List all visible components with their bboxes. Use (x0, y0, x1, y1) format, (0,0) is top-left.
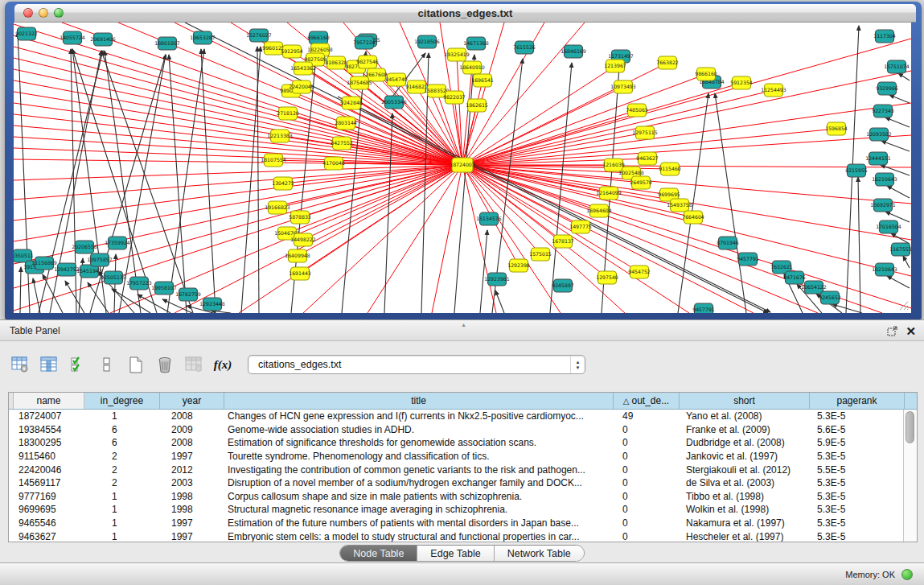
cell-year[interactable]: 1997 (160, 517, 224, 529)
network-canvas[interactable]: 9021322140557242069140618801807106532871… (14, 23, 911, 313)
cell-out_de[interactable]: 0 (614, 464, 680, 476)
black-edge[interactable] (898, 73, 910, 80)
black-edge[interactable] (241, 47, 261, 313)
graph-node[interactable]: 18801807 (154, 37, 180, 50)
graph-node[interactable]: 7664604 (682, 211, 704, 224)
graph-node[interactable]: 18640910 (459, 61, 485, 74)
graph-node[interactable]: 16409948 (285, 249, 310, 262)
graph-node[interactable]: 17359924 (105, 237, 130, 249)
graph-node[interactable]: 9454752 (628, 266, 651, 278)
cell-pagerank[interactable]: 5.9E-5 (810, 437, 905, 448)
cell-in_degree[interactable]: 1 (84, 531, 160, 542)
panel-resize-grip[interactable]: ▴ (462, 321, 466, 328)
graph-node[interactable]: 18107554 (261, 154, 286, 167)
graph-node[interactable]: 8427552 (331, 137, 353, 150)
graph-node[interactable]: 10975857 (87, 253, 113, 266)
cell-name[interactable]: 9699695 (14, 504, 84, 515)
graph-node[interactable]: 9245897 (552, 279, 574, 292)
scrollbar-thumb[interactable] (906, 411, 914, 443)
red-edge[interactable] (291, 91, 462, 165)
black-edge[interactable] (889, 95, 910, 103)
table-selector-dropdown[interactable]: citations_edges.txt ▲▼ (248, 355, 585, 374)
graph-node[interactable]: 8791946 (717, 237, 739, 249)
graph-node[interactable]: 1596854 (825, 122, 848, 135)
cell-year[interactable]: 2012 (160, 464, 224, 476)
red-edge[interactable] (14, 165, 462, 220)
graph-node[interactable]: 16964604 (586, 204, 612, 217)
cell-pagerank[interactable]: 5.3E-5 (810, 451, 905, 462)
table-row[interactable]: 969969511998Structural magnetic resonanc… (9, 503, 917, 517)
graph-node[interactable]: 11156869 (31, 257, 57, 270)
graph-node[interactable]: 15692971 (870, 199, 896, 212)
graph-node[interactable]: 15751074 (884, 60, 910, 73)
graph-node[interactable]: 15493758 (667, 199, 692, 212)
cell-out_de[interactable]: 49 (614, 410, 680, 422)
graph-node[interactable]: 9463627 (636, 152, 659, 165)
cell-year[interactable]: 1997 (160, 531, 224, 542)
graph-node[interactable]: 12164099 (596, 187, 622, 200)
cell-out_de[interactable]: 0 (614, 437, 680, 448)
graph-node[interactable]: 16846169 (561, 45, 586, 58)
graph-node[interactable]: 1862615 (466, 99, 488, 112)
row-selection-button[interactable] (95, 352, 119, 377)
black-edge[interactable] (495, 290, 504, 313)
red-edge[interactable] (462, 39, 911, 165)
cell-in_degree[interactable]: 1 (84, 517, 160, 529)
graph-node[interactable]: 14671368 (463, 37, 489, 50)
black-edge[interactable] (169, 55, 187, 313)
cell-name[interactable]: 9777169 (14, 491, 84, 502)
cell-title[interactable]: Corpus callosum shape and size in male p… (224, 491, 614, 502)
new-column-button[interactable] (124, 352, 148, 377)
table-row[interactable]: 2242004622012Investigating the contribut… (9, 463, 917, 476)
graph-node[interactable]: 8215955 (845, 164, 868, 177)
zoom-window-button[interactable] (54, 8, 64, 18)
table-row[interactable]: 1938455462009Genome-wide association stu… (9, 423, 917, 437)
black-edge[interactable] (891, 233, 910, 244)
column-selection-button[interactable] (66, 352, 90, 377)
cell-name[interactable]: 14569117 (14, 477, 84, 488)
red-edge[interactable] (14, 165, 462, 180)
hub-node[interactable]: 18724007 (450, 158, 475, 172)
black-edge[interactable] (480, 230, 487, 313)
graph-node[interactable]: 12213383 (267, 130, 293, 142)
graph-node[interactable]: 2649578 (630, 176, 652, 189)
graph-node[interactable]: 16543362 (290, 62, 316, 75)
graph-node[interactable]: 9457791 (692, 303, 715, 313)
cell-pagerank[interactable]: 5.3E-5 (810, 410, 905, 422)
graph-node[interactable]: 4170046 (322, 157, 345, 170)
black-edge[interactable] (903, 256, 910, 268)
cell-short[interactable]: Wolkin et al. (1998) (680, 504, 810, 515)
cell-name[interactable]: 9115460 (14, 451, 84, 462)
float-window-icon[interactable] (887, 326, 897, 336)
cell-out_de[interactable]: 0 (614, 531, 680, 542)
graph-node[interactable]: 1297540 (596, 271, 618, 284)
graph-node[interactable]: 12923981 (484, 273, 510, 286)
cell-year[interactable]: 2008 (160, 410, 224, 422)
graph-node[interactable]: 1292398 (507, 259, 530, 272)
graph-node[interactable]: 12975115 (632, 126, 658, 139)
graph-node[interactable]: 1696541 (471, 74, 494, 87)
red-edge[interactable] (432, 165, 462, 313)
graph-node[interactable]: 7663822 (656, 56, 679, 69)
red-edge[interactable] (175, 165, 462, 313)
table-row[interactable]: 1872400712008Changes of HCN gene express… (9, 410, 917, 423)
cell-out_de[interactable]: 0 (614, 451, 680, 462)
column-header-out_de[interactable]: △out_de... (614, 393, 680, 409)
citation-network-graph[interactable]: 9021322140557242069140618801807106532871… (14, 23, 911, 313)
cell-short[interactable]: Stergiakouli et al. (2012) (680, 464, 810, 476)
black-edge[interactable] (881, 141, 910, 151)
graph-node[interactable]: 2718120 (277, 107, 299, 120)
cell-name[interactable]: 22420046 (14, 464, 84, 476)
table-row[interactable]: 946554611997Estimation of the future num… (9, 517, 917, 530)
graph-node[interactable]: 19218506 (414, 35, 440, 48)
black-edge[interactable] (65, 281, 84, 313)
cell-year[interactable]: 2003 (160, 477, 224, 488)
cell-name[interactable]: 9463627 (14, 531, 84, 542)
graph-node[interactable]: 9827546 (356, 56, 379, 68)
graph-node[interactable]: 1575015 (529, 248, 552, 261)
cell-pagerank[interactable]: 5.3E-5 (810, 504, 905, 515)
cell-out_de[interactable]: 0 (614, 517, 680, 529)
cell-year[interactable]: 1998 (160, 504, 224, 515)
cell-year[interactable]: 2008 (160, 437, 224, 448)
black-edge[interactable] (885, 117, 910, 127)
